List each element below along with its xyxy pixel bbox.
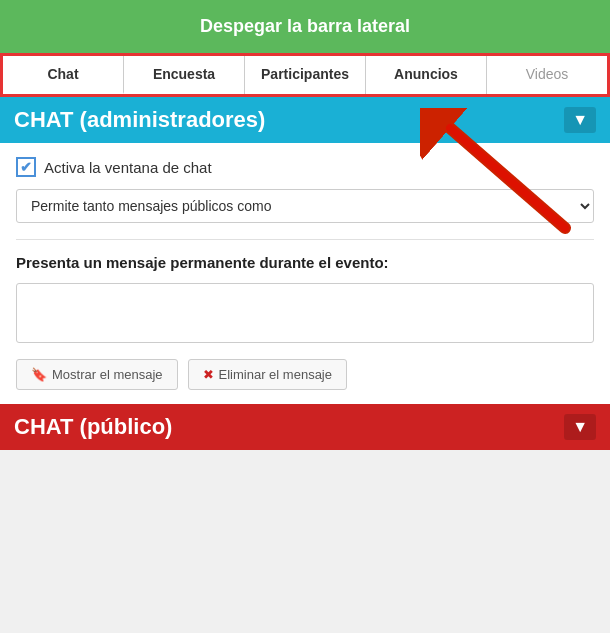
delete-icon: ✖ bbox=[203, 367, 214, 382]
public-chat-title: CHAT (público) bbox=[14, 414, 172, 440]
public-chat-dropdown[interactable]: ▼ bbox=[564, 414, 596, 440]
detach-sidebar-button[interactable]: Despegar la barra lateral bbox=[0, 0, 610, 53]
tab-videos[interactable]: Videos bbox=[487, 56, 607, 94]
admin-chat-title: CHAT (administradores) bbox=[14, 107, 265, 133]
action-buttons-row: 🔖 Mostrar el mensaje ✖ Eliminar el mensa… bbox=[16, 359, 594, 390]
message-type-select-row: Permite tanto mensajes públicos como Sol… bbox=[16, 189, 594, 223]
checkmark-icon: ✔ bbox=[20, 159, 32, 175]
activate-chat-label: Activa la ventana de chat bbox=[44, 159, 212, 176]
bookmark-icon: 🔖 bbox=[31, 367, 47, 382]
activate-chat-checkbox[interactable]: ✔ bbox=[16, 157, 36, 177]
show-message-label: Mostrar el mensaje bbox=[52, 367, 163, 382]
tab-chat[interactable]: Chat bbox=[3, 56, 124, 94]
tab-participantes[interactable]: Participantes bbox=[245, 56, 366, 94]
public-chat-header: CHAT (público) ▼ bbox=[0, 404, 610, 450]
delete-message-button[interactable]: ✖ Eliminar el mensaje bbox=[188, 359, 347, 390]
tab-encuesta[interactable]: Encuesta bbox=[124, 56, 245, 94]
admin-chat-header: CHAT (administradores) ▼ bbox=[0, 97, 610, 143]
admin-chat-content: ✔ Activa la ventana de chat Permite tant… bbox=[0, 143, 610, 404]
divider bbox=[16, 239, 594, 240]
permanent-message-label: Presenta un mensaje permanente durante e… bbox=[16, 252, 594, 273]
permanent-message-textarea[interactable] bbox=[16, 283, 594, 343]
tabs-bar: Chat Encuesta Participantes Anuncios Vid… bbox=[0, 53, 610, 97]
show-message-button[interactable]: 🔖 Mostrar el mensaje bbox=[16, 359, 178, 390]
delete-message-label: Eliminar el mensaje bbox=[219, 367, 332, 382]
message-type-select[interactable]: Permite tanto mensajes públicos como Sol… bbox=[16, 189, 594, 223]
admin-chat-dropdown[interactable]: ▼ bbox=[564, 107, 596, 133]
activate-chat-row: ✔ Activa la ventana de chat bbox=[16, 157, 594, 177]
tab-anuncios[interactable]: Anuncios bbox=[366, 56, 487, 94]
